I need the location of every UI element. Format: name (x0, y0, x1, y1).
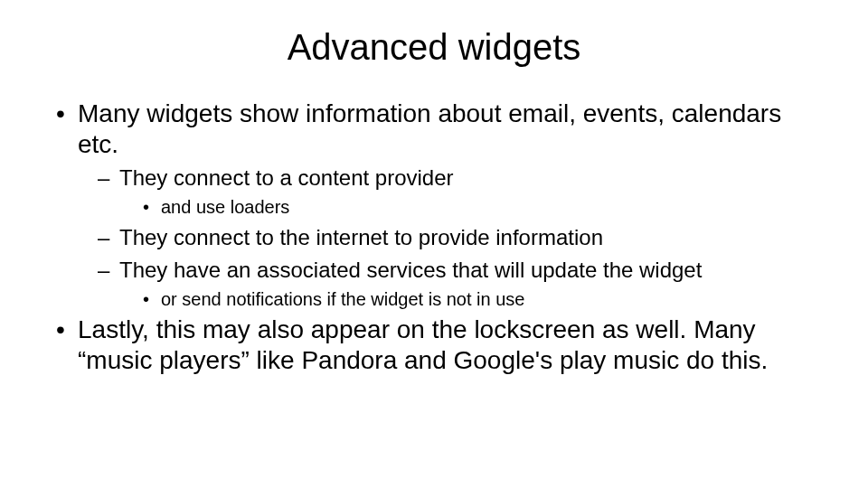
bullet-text: and use loaders (161, 197, 289, 217)
bullet-text: They connect to the internet to provide … (119, 225, 603, 249)
bullet-text: Many widgets show information about emai… (78, 99, 781, 158)
bullet-text: They connect to a content provider (119, 165, 454, 190)
bullet-list: Many widgets show information about emai… (54, 99, 814, 375)
bullet-text: or send notifications if the widget is n… (161, 289, 524, 309)
sub-bullet-list: They connect to a content provider and u… (98, 164, 814, 311)
bullet-level2: They have an associated services that wi… (98, 257, 814, 311)
bullet-level1: Many widgets show information about emai… (54, 99, 814, 311)
slide-title: Advanced widgets (54, 27, 814, 68)
sub-sub-bullet-list: or send notifications if the widget is n… (141, 287, 814, 311)
bullet-text: They have an associated services that wi… (119, 258, 702, 282)
bullet-text: Lastly, this may also appear on the lock… (78, 315, 768, 374)
bullet-level3: or send notifications if the widget is n… (141, 287, 814, 311)
bullet-level2: They connect to a content provider and u… (98, 164, 814, 219)
bullet-level1: Lastly, this may also appear on the lock… (54, 314, 814, 375)
sub-sub-bullet-list: and use loaders (141, 195, 814, 219)
bullet-level3: and use loaders (141, 195, 814, 219)
bullet-level2: They connect to the internet to provide … (98, 224, 814, 251)
